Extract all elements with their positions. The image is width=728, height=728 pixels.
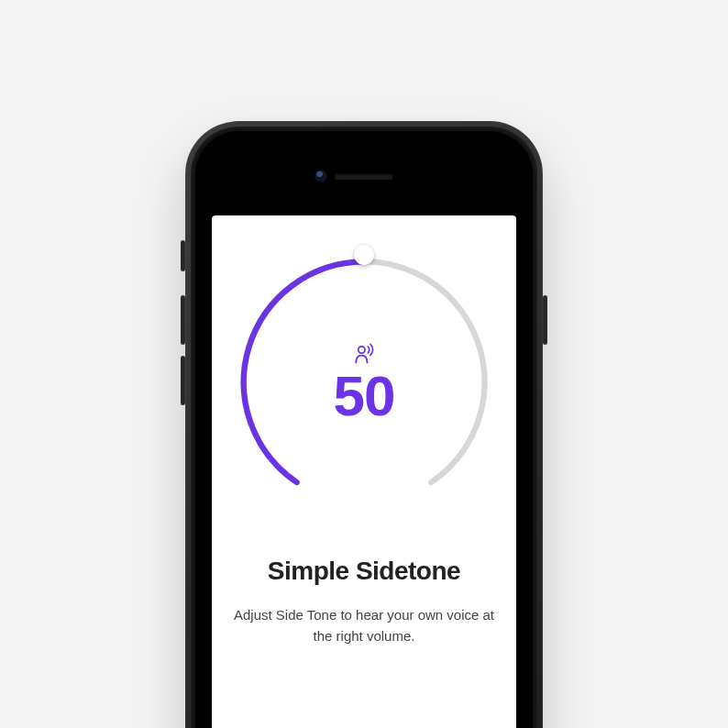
dial-center: 50 [236, 254, 492, 511]
power-button [543, 295, 547, 345]
screen-bezel: 50 Simple Sidetone Adjust Side Tone to h… [195, 131, 533, 728]
sidetone-dial[interactable]: 50 [236, 254, 492, 511]
voice-broadcast-icon [351, 340, 377, 366]
phone-mockup: 50 Simple Sidetone Adjust Side Tone to h… [185, 121, 543, 728]
app-screen: 50 Simple Sidetone Adjust Side Tone to h… [212, 215, 516, 728]
feature-title: Simple Sidetone [268, 557, 460, 586]
svg-point-0 [358, 347, 365, 353]
sidetone-value: 50 [334, 368, 395, 425]
feature-description: Adjust Side Tone to hear your own voice … [226, 604, 502, 647]
front-camera [314, 170, 327, 182]
earpiece [335, 173, 393, 180]
